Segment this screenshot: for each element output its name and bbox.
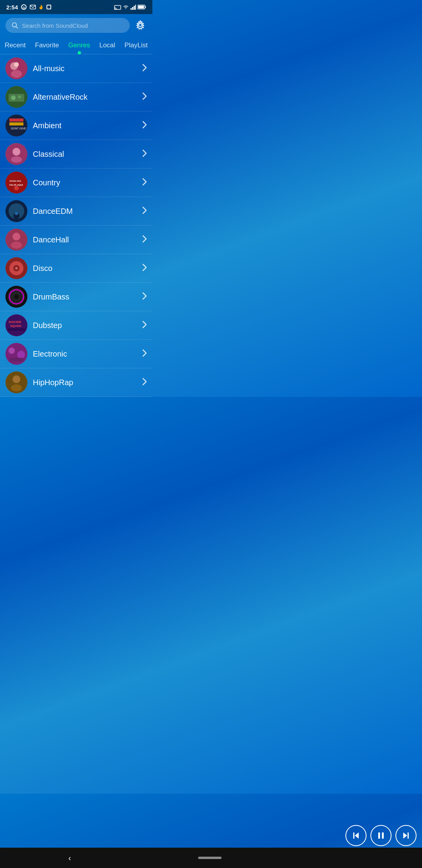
search-input[interactable]: [22, 22, 123, 29]
tab-favorite[interactable]: Favorite: [32, 39, 62, 54]
genre-name-dance-edm: DanceEDM: [33, 207, 137, 216]
chevron-right-icon: [142, 149, 147, 159]
svg-text:SQUAD: SQUAD: [10, 324, 21, 328]
search-icon: [12, 22, 18, 29]
svg-rect-11: [145, 6, 146, 8]
svg-point-18: [14, 62, 19, 67]
genre-avatar-classical: [5, 143, 27, 165]
gear-icon: [135, 20, 145, 30]
google-icon: G: [20, 4, 27, 10]
svg-point-59: [13, 375, 20, 383]
svg-rect-9: [135, 5, 136, 10]
genre-item-electronic[interactable]: Electronic: [0, 340, 152, 368]
svg-point-60: [11, 384, 22, 391]
svg-point-23: [18, 95, 21, 99]
svg-rect-3: [47, 5, 51, 9]
genre-item-alternative-rock[interactable]: AlternativeRock: [0, 83, 152, 111]
genre-name-classical: Classical: [33, 150, 137, 159]
fire-icon: [38, 4, 44, 10]
chevron-right-icon: [142, 206, 147, 216]
genre-avatar-disco: [5, 257, 27, 279]
svg-rect-8: [134, 6, 135, 10]
genre-item-all-music[interactable]: All-music: [0, 54, 152, 83]
svg-text:SUICIDE: SUICIDE: [9, 320, 21, 324]
battery-icon: [138, 5, 146, 9]
signal-icon: [131, 4, 136, 10]
nav-tabs: RecentFavoriteGenresLocalPlayList: [0, 37, 152, 54]
genre-item-dubstep[interactable]: SUICIDESQUADDubstep: [0, 311, 152, 340]
wifi-icon: [123, 5, 129, 9]
svg-rect-25: [9, 118, 23, 122]
chevron-right-icon: [142, 349, 147, 359]
svg-point-49: [14, 294, 19, 299]
square-icon: [46, 4, 52, 10]
svg-rect-2: [30, 5, 36, 9]
genre-name-disco: Disco: [33, 264, 137, 273]
genre-avatar-country: VOCE FAZFALTA AQUI: [5, 172, 27, 194]
chevron-right-icon: [142, 235, 147, 245]
svg-text:G: G: [23, 6, 25, 9]
genre-name-country: Country: [33, 178, 137, 187]
svg-line-14: [16, 27, 18, 29]
status-time: 2:54 G: [6, 4, 52, 11]
svg-point-19: [11, 70, 22, 78]
svg-point-55: [9, 348, 15, 354]
genre-item-dance-edm[interactable]: DanceEDM: [0, 197, 152, 226]
genre-avatar-alternative-rock: [5, 86, 27, 108]
svg-text:VOCE FAZ: VOCE FAZ: [9, 180, 21, 182]
gmail-icon: [30, 5, 36, 9]
svg-point-41: [11, 242, 22, 249]
genre-name-all-music: All-music: [33, 64, 137, 73]
genre-name-dancehall: DanceHall: [33, 235, 137, 244]
search-wrapper[interactable]: [5, 18, 130, 33]
svg-rect-12: [138, 6, 144, 9]
svg-point-45: [15, 267, 18, 269]
search-bar: [5, 18, 147, 33]
chevron-right-icon: [142, 292, 147, 302]
time-display: 2:54: [6, 4, 18, 11]
genre-item-country[interactable]: VOCE FAZFALTA AQUICountry: [0, 169, 152, 197]
genre-item-drum-bass[interactable]: DrumBass: [0, 283, 152, 311]
svg-rect-26: [9, 122, 23, 126]
tab-playlist[interactable]: PlayList: [122, 39, 151, 54]
genre-item-disco[interactable]: Disco: [0, 254, 152, 283]
genre-avatar-dancehall: [5, 229, 27, 251]
chevron-right-icon: [142, 264, 147, 273]
genre-avatar-hiphop-rap: [5, 371, 27, 393]
genre-avatar-electronic: [5, 343, 27, 365]
tab-recent[interactable]: Recent: [2, 39, 29, 54]
genre-avatar-dance-edm: [5, 200, 27, 222]
chevron-right-icon: [142, 178, 147, 188]
genre-name-drum-bass: DrumBass: [33, 292, 137, 301]
genre-name-hiphop-rap: HipHopRap: [33, 378, 137, 387]
svg-rect-57: [9, 358, 23, 362]
chevron-right-icon: [142, 92, 147, 102]
svg-point-15: [139, 23, 142, 27]
genre-item-hiphop-rap[interactable]: HipHopRap: [0, 368, 152, 397]
genre-item-classical[interactable]: Classical: [0, 140, 152, 169]
chevron-right-icon: [142, 378, 147, 387]
genre-name-alternative-rock: AlternativeRock: [33, 93, 137, 102]
svg-point-38: [15, 212, 18, 215]
genre-item-dancehall[interactable]: DanceHall: [0, 226, 152, 254]
svg-point-22: [11, 95, 16, 100]
genre-name-electronic: Electronic: [33, 350, 137, 359]
svg-rect-4: [114, 5, 121, 9]
tab-genres[interactable]: Genres: [65, 39, 93, 54]
status-bar: 2:54 G: [0, 0, 152, 14]
svg-text:DONT GIVE UP: DONT GIVE UP: [11, 127, 27, 130]
svg-point-34: [14, 186, 19, 190]
genre-avatar-all-music: [5, 57, 27, 79]
settings-button[interactable]: [134, 18, 147, 33]
chevron-right-icon: [142, 321, 147, 330]
genre-avatar-ambient: DONT GIVE UP: [5, 115, 27, 136]
chevron-right-icon: [142, 121, 147, 131]
svg-point-56: [17, 351, 25, 359]
tab-local[interactable]: Local: [96, 39, 118, 54]
svg-rect-6: [131, 8, 132, 10]
svg-rect-7: [132, 7, 133, 10]
genre-item-ambient[interactable]: DONT GIVE UPAmbient: [0, 111, 152, 140]
svg-rect-53: [8, 328, 25, 331]
genre-list: All-musicAlternativeRockDONT GIVE UPAmbi…: [0, 54, 152, 397]
svg-point-30: [11, 156, 22, 163]
